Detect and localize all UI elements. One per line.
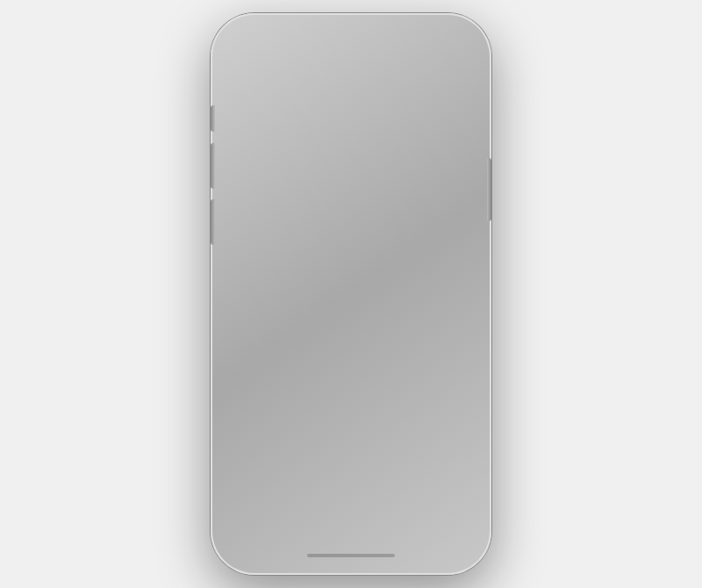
library-icon: ⊞ xyxy=(286,512,301,533)
gallery-icon: ⊡ xyxy=(402,512,417,533)
card-directions-icon: ★ xyxy=(366,319,390,343)
shortcut-pill-play-playlist: Play Playlist xyxy=(297,182,337,190)
search-placeholder-text: Search xyxy=(267,114,305,128)
status-icons: ▲ xyxy=(408,44,458,54)
essentials-title: Essentials xyxy=(237,262,311,280)
shortcuts-label: SHORTCUTS xyxy=(261,158,300,164)
status-time: 9:41 xyxy=(244,42,267,55)
phone-frame-wrapper: 9:41 ▲ Gallery 🔍 Search xyxy=(211,13,491,575)
tab-bar: ⊞ Library ⊡ Gallery xyxy=(235,506,467,550)
shortcut-pill-send-photo: Send Last Photo xyxy=(244,182,294,190)
card-home-eta[interactable]: 🏠 Home ETA Share how long it will take f… xyxy=(237,308,347,412)
shortcut-pill-next-event: How to Next Event xyxy=(281,171,335,180)
signal-icon xyxy=(408,44,421,53)
essentials-cards-row: 🏠 Home ETA Share how long it will take f… xyxy=(237,308,465,412)
hero-shortcuts-panel: ✂ SHORTCUTS Show Less Call Mom xyxy=(237,147,351,245)
hero-title: Wonderful widget shortcuts xyxy=(362,169,455,222)
shortcut-row-2: Send Last Photo Play Playlist xyxy=(244,182,344,190)
tab-library[interactable]: ⊞ Library xyxy=(235,512,351,543)
power-button xyxy=(487,158,491,221)
morning-description: Wake up with these shortcuts to start of… xyxy=(237,450,465,477)
volume-down-button xyxy=(211,199,215,245)
card-home-title: Home ETA xyxy=(247,348,336,362)
scroll-area[interactable]: Gallery 🔍 Search ✂ SHORTCUTS xyxy=(223,64,479,519)
card-directions-desc: Get directions to calendar event. xyxy=(366,378,455,401)
card-home-icon: 🏠 xyxy=(247,319,272,343)
gallery-label: Gallery xyxy=(397,534,422,543)
silent-switch-button xyxy=(211,105,215,132)
wifi-icon: ▲ xyxy=(426,44,434,54)
battery-icon xyxy=(439,44,458,54)
library-label: Library xyxy=(281,534,305,543)
shortcuts-app-icon: ✂ xyxy=(244,154,258,168)
essentials-see-all[interactable]: See All xyxy=(430,262,465,276)
essentials-description: Shortcuts everyone should have in their … xyxy=(237,283,465,298)
essentials-section-header: Essentials See All xyxy=(237,262,465,280)
morning-title: Morning Routine xyxy=(237,429,355,447)
phone-screen: 9:41 ▲ Gallery 🔍 Search xyxy=(223,25,479,563)
show-less-label: Show Less xyxy=(319,158,344,163)
volume-up-button xyxy=(211,143,215,189)
tab-gallery[interactable]: ⊡ Gallery xyxy=(351,512,467,543)
morning-section-header: Morning Routine See All xyxy=(237,429,465,447)
page-title: Gallery xyxy=(237,71,465,99)
shortcuts-header: ✂ SHORTCUTS Show Less xyxy=(244,154,344,168)
shortcut-row-4: Log My Weight Remind Me Later xyxy=(244,203,344,212)
shortcut-row-1: Call Mom How to Next Event xyxy=(244,171,344,180)
notch xyxy=(294,38,408,62)
morning-see-all[interactable]: See All xyxy=(430,429,465,442)
shortcut-pill-coffee: Find Coffee Shops xyxy=(244,192,297,201)
hero-right-panel: Wonderful widget shortcuts xyxy=(351,147,465,245)
search-icon: 🔍 xyxy=(247,115,261,128)
shortcut-pill-call-mom: Call Mom xyxy=(244,171,278,180)
hero-banner[interactable]: ✂ SHORTCUTS Show Less Call Mom xyxy=(237,147,465,245)
card-directions-title: Directions to Event xyxy=(366,348,455,375)
shortcut-pill-note: Note to Self xyxy=(300,192,340,201)
shortcut-pill-weight: Log My Weight xyxy=(244,203,290,212)
shortcut-pill-remind: Remind Me Later xyxy=(293,203,344,212)
card-home-desc: Share how long it will take for you to g… xyxy=(247,365,336,399)
search-bar[interactable]: 🔍 Search xyxy=(237,108,465,134)
card-directions[interactable]: ★ Directions to Event Get directions to … xyxy=(355,308,465,412)
shortcut-row-3: Find Coffee Shops Note to Self xyxy=(244,192,344,201)
home-indicator xyxy=(307,554,395,557)
